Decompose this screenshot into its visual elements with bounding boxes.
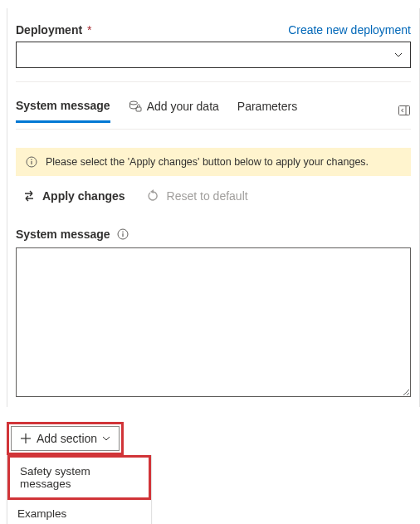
create-new-deployment-link[interactable]: Create new deployment	[288, 23, 411, 37]
reset-to-default-button[interactable]: Reset to default	[147, 189, 248, 203]
svg-point-8	[122, 231, 124, 233]
banner-text: Please select the 'Apply changes' button…	[46, 156, 369, 168]
add-section-menu: Safety system messages Examples Variable	[7, 455, 152, 524]
actions-row: Apply changes Reset to default	[22, 189, 411, 203]
plus-icon	[20, 433, 32, 444]
tabs-row: System message Add your data Parameters	[16, 92, 411, 130]
tab-parameters[interactable]: Parameters	[237, 100, 297, 121]
collapse-panel-icon[interactable]	[398, 104, 411, 117]
info-icon[interactable]	[117, 228, 129, 240]
apply-label: Apply changes	[42, 189, 125, 203]
menu-item-examples[interactable]: Examples	[7, 500, 151, 524]
deployment-label-group: Deployment *	[16, 23, 91, 37]
add-section-label: Add section	[37, 432, 97, 445]
svg-rect-2	[399, 106, 410, 115]
add-section-button[interactable]: Add section	[11, 426, 120, 451]
apply-changes-banner: Please select the 'Apply changes' button…	[16, 148, 411, 176]
svg-point-0	[129, 101, 137, 105]
tab-system-message[interactable]: System message	[16, 99, 110, 123]
deployment-panel: Deployment * Create new deployment Syste…	[7, 8, 420, 407]
chevron-down-icon	[102, 434, 110, 443]
tab-add-your-data-label: Add your data	[147, 100, 219, 113]
tabs: System message Add your data Parameters	[16, 92, 297, 129]
highlight-add-section: Add section	[7, 422, 124, 455]
apply-changes-button[interactable]: Apply changes	[22, 189, 125, 203]
system-message-label-row: System message	[16, 228, 411, 241]
system-message-label: System message	[16, 228, 110, 241]
reset-icon	[147, 189, 160, 203]
add-section-area: Add section Safety system messages Examp…	[7, 422, 152, 524]
required-marker: *	[87, 23, 91, 37]
deployment-label: Deployment	[16, 23, 82, 37]
info-icon	[26, 156, 37, 168]
data-lock-icon	[129, 100, 142, 113]
tab-add-your-data[interactable]: Add your data	[129, 100, 219, 121]
deployment-header: Deployment * Create new deployment	[16, 23, 411, 37]
divider	[16, 81, 411, 82]
menu-item-safety-system-messages[interactable]: Safety system messages	[7, 455, 151, 500]
reset-label: Reset to default	[167, 189, 248, 203]
deployment-select[interactable]	[16, 42, 411, 68]
svg-point-5	[31, 159, 32, 160]
system-message-textarea[interactable]	[16, 247, 411, 397]
apply-icon	[22, 189, 36, 203]
chevron-down-icon	[393, 50, 403, 60]
